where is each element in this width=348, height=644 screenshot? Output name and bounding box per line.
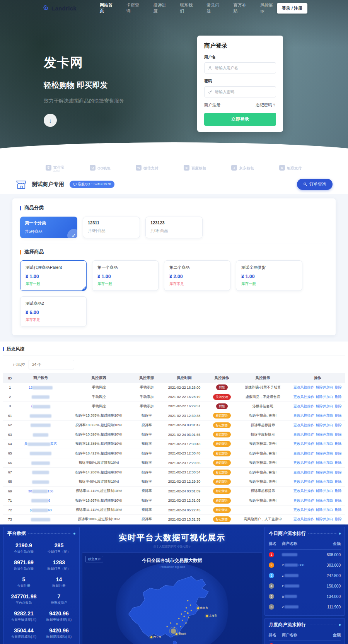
risk-op-link[interactable]: 解除并加白: [316, 508, 333, 512]
nav-item-2[interactable]: 投诉进度: [153, 2, 170, 14]
risk-op-link[interactable]: 解除并加白: [316, 385, 333, 389]
risk-op-link[interactable]: 更改风控操作: [293, 499, 314, 502]
masked-account: [32, 509, 48, 512]
risk-op-link[interactable]: 删除: [335, 499, 342, 502]
risk-op-link[interactable]: 更改风控操作: [293, 480, 314, 483]
nav-item-1[interactable]: 卡密查询: [126, 2, 143, 14]
risk-op-link[interactable]: 解除并加白: [316, 499, 333, 502]
risk-op-link[interactable]: 更改风控操作: [293, 395, 314, 399]
rank-amount: 608.000: [317, 553, 341, 557]
risk-op-link[interactable]: 解除并加白: [316, 432, 333, 436]
product-card[interactable]: 测试商品2¥ 6.00库存不足: [20, 296, 87, 327]
risk-op-link[interactable]: 更改风控操作: [293, 423, 314, 427]
risk-count-input[interactable]: 34 个: [29, 360, 74, 369]
risk-col-header: 商户账号: [17, 373, 65, 383]
category-card[interactable]: 123123共0种商品: [145, 217, 203, 238]
risk-op-link[interactable]: 删除: [335, 413, 342, 417]
table-row: 72pa3投诉率11.111%,超过限制10%!投诉率2021-02-24 05…: [3, 505, 345, 514]
risk-op-link[interactable]: 解除并加白: [316, 442, 333, 446]
product-card[interactable]: 第二个商品¥ 2.00库存不足: [164, 260, 230, 291]
risk-op-link[interactable]: 删除: [335, 470, 342, 474]
login-submit-button[interactable]: 立即登录: [204, 113, 276, 126]
account-prefix[interactable]: 吴: [24, 442, 28, 446]
risk-op-link[interactable]: 解除并加白: [316, 423, 333, 427]
risk-op-link[interactable]: 更改风控操作: [293, 451, 314, 455]
logo[interactable]: Landrick: [43, 5, 77, 12]
product-card[interactable]: 第一个商品¥ 1.00库存一般: [92, 260, 159, 291]
risk-action-cell: 关闭交易: [208, 392, 235, 401]
risk-op-link[interactable]: 解除并加白: [316, 470, 333, 474]
city-name: 西宁市: [153, 635, 161, 639]
risk-op-link[interactable]: 更改风控操作: [293, 508, 314, 512]
risk-op-link[interactable]: 更改风控操作: [293, 489, 314, 493]
product-card[interactable]: 测试全网供货¥ 1.00库存一般: [236, 260, 302, 291]
risk-op-link[interactable]: 更改风控操作: [293, 470, 314, 474]
nav-item-0[interactable]: 网站首页: [100, 2, 116, 14]
risk-op-link[interactable]: 删除: [335, 517, 342, 521]
risk-time: 2021-02-22 16:29:51: [160, 401, 208, 411]
product-price: ¥ 2.00: [169, 274, 225, 279]
risk-op-link[interactable]: 解除并加白: [316, 517, 333, 521]
forgot-password-link[interactable]: 忘记密码？: [256, 102, 276, 108]
risk-op-link[interactable]: 更改风控操作: [293, 385, 314, 389]
risk-op-link[interactable]: 删除: [335, 461, 342, 465]
risk-id: 62: [3, 420, 17, 430]
product-card[interactable]: 测试代理商品Parent¥ 1.00库存一般: [20, 260, 87, 291]
account-prefix[interactable]: 13: [29, 386, 32, 389]
risk-op-link[interactable]: 更改风控操作: [293, 442, 314, 446]
risk-ops: 更改风控操作解除并加白删除: [290, 420, 345, 430]
payment-name: 京东钱包: [239, 164, 254, 171]
account-suffix[interactable]: 6: [48, 499, 50, 502]
qq-service-badge[interactable]: 客服QQ：524561978: [70, 181, 114, 188]
risk-op-link[interactable]: 更改风控操作: [293, 461, 314, 465]
risk-op-link[interactable]: 解除并加白: [316, 461, 333, 465]
account-suffix[interactable]: 卖店: [50, 442, 57, 446]
risk-op-link[interactable]: 删除: [335, 489, 342, 493]
risk-op-link[interactable]: 更改风控操作: [293, 517, 314, 521]
dashboard-center-column: 实时平台大数据可视化展示 基于大数据的实时可视化展示 独立展示 今日全国各城市交…: [82, 527, 262, 644]
account-suffix[interactable]: 136: [48, 489, 53, 493]
password-input[interactable]: [215, 90, 272, 94]
nav-item-4[interactable]: 常见问题: [206, 2, 223, 14]
payment-method: J京东钱包: [231, 163, 254, 172]
risk-op-link[interactable]: 更改风控操作: [293, 432, 314, 436]
merchant-register-link[interactable]: 商户注册: [204, 102, 220, 108]
risk-op-link[interactable]: 删除: [335, 508, 342, 512]
risk-op-link[interactable]: 删除: [335, 451, 342, 455]
username-input[interactable]: [215, 66, 272, 70]
stat-label: 今日注册: [7, 584, 40, 588]
login-register-button[interactable]: 登录 / 注册: [277, 3, 307, 14]
category-card[interactable]: 第一个分类共5种商品✓: [20, 217, 77, 238]
risk-op-link[interactable]: 解除并加白: [316, 413, 333, 417]
risk-op-link[interactable]: 解除并加白: [316, 404, 333, 408]
account-suffix[interactable]: a3: [48, 508, 52, 512]
risk-op-link[interactable]: 删除: [335, 385, 342, 389]
nav-item-6[interactable]: 风控展示: [260, 2, 277, 14]
risk-op-link[interactable]: 解除并加白: [316, 451, 333, 455]
order-query-button[interactable]: 订单查询: [297, 179, 333, 190]
risk-ops: 更改风控操作解除并加白删除: [290, 383, 345, 392]
product-price: ¥ 1.00: [241, 274, 297, 279]
risk-op-link[interactable]: 删除: [335, 395, 342, 399]
nav-item-5[interactable]: 百万补贴: [234, 2, 250, 14]
risk-op-link[interactable]: 解除并加白: [316, 480, 333, 483]
account-prefix[interactable]: p: [30, 508, 32, 512]
account-prefix[interactable]: 30: [28, 489, 32, 493]
risk-action-cell: 标记警告: [208, 477, 235, 486]
category-card[interactable]: 12311共6种商品: [83, 217, 140, 238]
risk-op-link[interactable]: 删除: [335, 404, 342, 408]
risk-op-link[interactable]: 解除并加白: [316, 395, 333, 399]
scroll-down-button[interactable]: ↓: [44, 114, 57, 127]
risk-ops: 更改风控操作解除并加白删除: [290, 411, 345, 420]
risk-op-link[interactable]: 更改风控操作: [293, 404, 314, 408]
nav-item-3[interactable]: 联系我们: [180, 2, 196, 14]
risk-op-link[interactable]: 删除: [335, 442, 342, 446]
risk-op-link[interactable]: 更改风控操作: [293, 413, 314, 417]
standalone-display-button[interactable]: 独立展示: [85, 556, 103, 562]
risk-op-link[interactable]: 解除并加白: [316, 489, 333, 493]
risk-op-link[interactable]: 删除: [335, 423, 342, 427]
payment-logo-icon: Q: [90, 165, 96, 171]
risk-op-link[interactable]: 删除: [335, 480, 342, 483]
risk-op-link[interactable]: 删除: [335, 432, 342, 436]
risk-reason: 投诉率18.421%,超过限制10%!: [65, 449, 133, 458]
